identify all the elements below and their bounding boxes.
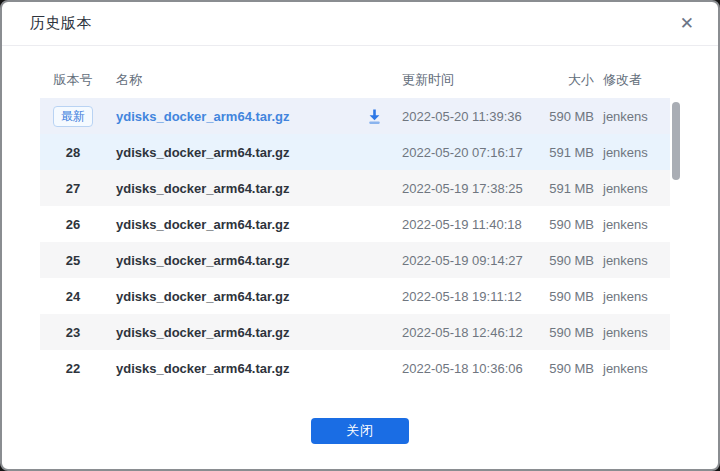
update-time: 2022-05-18 10:36:06 [392,361,544,376]
modifier: jenkens [594,181,670,196]
modifier: jenkens [594,289,670,304]
version-cell: 25 [40,253,106,268]
column-header-name: 名称 [106,71,356,89]
file-size: 590 MB [544,361,594,376]
file-size: 590 MB [544,325,594,340]
modifier: jenkens [594,361,670,376]
file-name: ydisks_docker_arm64.tar.gz [106,181,356,196]
version-cell: 23 [40,325,106,340]
file-name: ydisks_docker_arm64.tar.gz [106,325,356,340]
file-size: 590 MB [544,217,594,232]
table-row[interactable]: 25 ydisks_docker_arm64.tar.gz 2022-05-19… [40,242,670,278]
update-time: 2022-05-19 11:40:18 [392,217,544,232]
scrollbar-thumb[interactable] [672,102,680,180]
update-time: 2022-05-18 12:46:12 [392,325,544,340]
file-name[interactable]: ydisks_docker_arm64.tar.gz [106,109,356,124]
file-name: ydisks_docker_arm64.tar.gz [106,289,356,304]
column-header-modifier: 修改者 [594,71,670,89]
modifier: jenkens [594,109,670,124]
version-cell: 28 [40,145,106,160]
table-row[interactable]: 最新 ydisks_docker_arm64.tar.gz 2022-05-20… [40,98,670,134]
update-time: 2022-05-19 09:14:27 [392,253,544,268]
update-time: 2022-05-19 17:38:25 [392,181,544,196]
dialog-title: 历史版本 [30,14,92,33]
latest-badge: 最新 [53,106,93,127]
modifier: jenkens [594,217,670,232]
close-button[interactable]: 关闭 [311,418,409,444]
file-size: 590 MB [544,289,594,304]
column-header-version: 版本号 [40,71,106,89]
version-history-dialog: 历史版本 ✕ 版本号 名称 更新时间 大小 修改者 最新 ydisks_dock… [0,0,720,471]
version-table: 版本号 名称 更新时间 大小 修改者 最新 ydisks_docker_arm6… [40,62,682,386]
version-cell: 最新 [40,106,106,127]
table-row[interactable]: 26 ydisks_docker_arm64.tar.gz 2022-05-19… [40,206,670,242]
file-size: 590 MB [544,253,594,268]
modifier: jenkens [594,325,670,340]
file-size: 591 MB [544,181,594,196]
table-row[interactable]: 24 ydisks_docker_arm64.tar.gz 2022-05-18… [40,278,670,314]
dialog-header: 历史版本 ✕ [2,2,718,46]
table-row[interactable]: 23 ydisks_docker_arm64.tar.gz 2022-05-18… [40,314,670,350]
file-name: ydisks_docker_arm64.tar.gz [106,361,356,376]
file-size: 590 MB [544,109,594,124]
version-cell: 26 [40,217,106,232]
close-icon[interactable]: ✕ [678,13,696,34]
update-time: 2022-05-18 19:11:12 [392,289,544,304]
file-name: ydisks_docker_arm64.tar.gz [106,145,356,160]
version-cell: 27 [40,181,106,196]
table-body: 最新 ydisks_docker_arm64.tar.gz 2022-05-20… [40,98,682,386]
column-header-time: 更新时间 [392,71,544,89]
download-icon[interactable] [366,108,383,125]
file-size: 591 MB [544,145,594,160]
modifier: jenkens [594,253,670,268]
table-row[interactable]: 28 ydisks_docker_arm64.tar.gz 2022-05-20… [40,134,670,170]
update-time: 2022-05-20 07:16:17 [392,145,544,160]
file-name: ydisks_docker_arm64.tar.gz [106,217,356,232]
table-header-row: 版本号 名称 更新时间 大小 修改者 [40,62,670,98]
update-time: 2022-05-20 11:39:36 [392,109,544,124]
dialog-footer: 关闭 [2,418,718,444]
column-header-size: 大小 [544,71,594,89]
download-cell [356,108,392,125]
version-cell: 24 [40,289,106,304]
version-cell: 22 [40,361,106,376]
file-name: ydisks_docker_arm64.tar.gz [106,253,356,268]
table-row[interactable]: 27 ydisks_docker_arm64.tar.gz 2022-05-19… [40,170,670,206]
table-row[interactable]: 22 ydisks_docker_arm64.tar.gz 2022-05-18… [40,350,670,386]
modifier: jenkens [594,145,670,160]
